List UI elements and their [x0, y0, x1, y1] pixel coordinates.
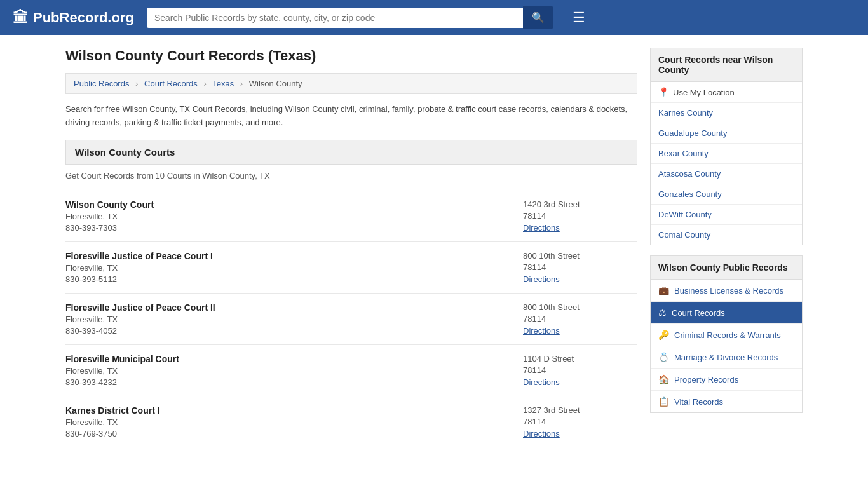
table-row: Floresville Municipal Court Floresville,… — [65, 345, 637, 396]
public-records-item[interactable]: ⚖ Court Records — [651, 302, 802, 324]
sidebar: Court Records near Wilson County 📍 Use M… — [650, 48, 803, 447]
public-records-item[interactable]: 💍 Marriage & Divorce Records — [651, 346, 802, 369]
court-name: Wilson County Court — [65, 200, 154, 210]
directions-link[interactable]: Directions — [523, 274, 560, 284]
court-street: 1420 3rd Street — [523, 200, 637, 209]
court-zip: 78114 — [523, 365, 637, 375]
court-city: Floresville, TX — [65, 315, 215, 324]
sidebar-item-label: Marriage & Divorce Records — [674, 353, 778, 362]
public-records-item[interactable]: 🏠 Property Records — [651, 369, 802, 391]
table-row: Floresville Justice of Peace Court I Flo… — [65, 242, 637, 294]
court-phone: 830-393-4052 — [65, 326, 215, 336]
search-button[interactable]: 🔍 — [523, 6, 553, 29]
court-zip: 78114 — [523, 211, 637, 220]
breadcrumb-texas[interactable]: Texas — [212, 79, 234, 88]
menu-button[interactable]: ☰ — [573, 10, 585, 26]
sidebar-item-icon: 💍 — [658, 352, 669, 362]
location-pin-icon: 📍 — [658, 87, 669, 97]
breadcrumb-court-records[interactable]: Court Records — [144, 79, 198, 88]
main-column: Wilson County Court Records (Texas) Publ… — [65, 48, 637, 447]
courts-sub-description: Get Court Records from 10 Courts in Wils… — [65, 171, 637, 180]
nearby-county-item[interactable]: Guadalupe County — [651, 123, 802, 144]
court-address-block: 800 10th Street 78114 Directions — [523, 251, 637, 284]
court-name: Karnes District Court I — [65, 405, 160, 416]
sidebar-item-label: Property Records — [674, 375, 738, 384]
nearby-heading: Court Records near Wilson County — [650, 48, 803, 82]
public-records-item[interactable]: 💼 Business Licenses & Records — [651, 280, 802, 302]
directions-link[interactable]: Directions — [523, 326, 560, 336]
directions-link[interactable]: Directions — [523, 429, 560, 438]
sidebar-item-icon: 📋 — [658, 396, 669, 407]
court-street: 800 10th Street — [523, 251, 637, 261]
breadcrumb-public-records[interactable]: Public Records — [74, 79, 129, 88]
logo[interactable]: 🏛 PubRecord.org — [13, 9, 134, 27]
directions-link[interactable]: Directions — [523, 223, 560, 233]
public-records-heading: Wilson County Public Records — [650, 255, 803, 280]
court-phone: 830-393-7303 — [65, 223, 154, 233]
use-location-item[interactable]: 📍 Use My Location — [651, 82, 802, 103]
court-city: Floresville, TX — [65, 263, 213, 273]
nearby-county-item[interactable]: Karnes County — [651, 103, 802, 123]
court-info: Wilson County Court Floresville, TX 830-… — [65, 200, 154, 233]
table-row: Karnes District Court I Floresville, TX … — [65, 396, 637, 447]
sidebar-item-label: Business Licenses & Records — [674, 286, 783, 295]
court-name: Floresville Justice of Peace Court I — [65, 251, 213, 261]
court-info: Floresville Justice of Peace Court I Flo… — [65, 251, 213, 284]
directions-link[interactable]: Directions — [523, 377, 560, 387]
sidebar-item-label: Court Records — [672, 308, 725, 318]
court-city: Floresville, TX — [65, 366, 179, 376]
nearby-list: 📍 Use My Location Karnes CountyGuadalupe… — [650, 82, 803, 245]
court-phone: 830-393-5112 — [65, 274, 213, 284]
court-city: Floresville, TX — [65, 417, 160, 427]
site-header: 🏛 PubRecord.org 🔍 ☰ — [0, 0, 868, 35]
court-address-block: 1104 D Street 78114 Directions — [523, 354, 637, 387]
public-records-item[interactable]: 📋 Vital Records — [651, 391, 802, 412]
page-content: Wilson County Court Records (Texas) Publ… — [53, 35, 815, 460]
use-location-label: Use My Location — [673, 88, 735, 97]
court-city: Floresville, TX — [65, 212, 154, 221]
nearby-county-item[interactable]: Bexar County — [651, 144, 802, 164]
court-phone: 830-769-3750 — [65, 429, 160, 438]
search-area: 🔍 — [147, 6, 553, 29]
logo-icon: 🏛 — [13, 9, 28, 27]
court-info: Floresville Municipal Court Floresville,… — [65, 354, 179, 387]
courts-list: Wilson County Court Floresville, TX 830-… — [65, 191, 637, 447]
court-street: 1327 3rd Street — [523, 405, 637, 415]
courts-section-header: Wilson County Courts — [65, 140, 637, 165]
court-phone: 830-393-4232 — [65, 377, 179, 387]
court-name: Floresville Justice of Peace Court II — [65, 302, 215, 313]
nearby-county-item[interactable]: Gonzales County — [651, 184, 802, 205]
table-row: Wilson County Court Floresville, TX 830-… — [65, 191, 637, 242]
sidebar-item-icon: ⚖ — [658, 308, 667, 318]
sidebar-item-icon: 🔑 — [658, 330, 669, 340]
nearby-county-item[interactable]: DeWitt County — [651, 205, 802, 225]
search-input[interactable] — [147, 8, 523, 28]
court-zip: 78114 — [523, 417, 637, 426]
court-zip: 78114 — [523, 262, 637, 272]
court-address-block: 1327 3rd Street 78114 Directions — [523, 405, 637, 438]
public-records-section: Wilson County Public Records 💼 Business … — [650, 255, 803, 413]
sidebar-item-label: Vital Records — [674, 397, 723, 407]
court-zip: 78114 — [523, 314, 637, 323]
court-info: Floresville Justice of Peace Court II Fl… — [65, 302, 215, 336]
breadcrumb-wilson-county: Wilson County — [249, 79, 302, 88]
sidebar-item-label: Criminal Records & Warrants — [674, 330, 781, 340]
court-street: 800 10th Street — [523, 302, 637, 312]
table-row: Floresville Justice of Peace Court II Fl… — [65, 294, 637, 345]
court-address-block: 1420 3rd Street 78114 Directions — [523, 200, 637, 233]
court-info: Karnes District Court I Floresville, TX … — [65, 405, 160, 438]
sidebar-item-icon: 🏠 — [658, 374, 669, 384]
public-records-item[interactable]: 🔑 Criminal Records & Warrants — [651, 324, 802, 346]
nearby-section: Court Records near Wilson County 📍 Use M… — [650, 48, 803, 245]
logo-text: PubRecord.org — [33, 10, 134, 26]
nearby-counties-list: Karnes CountyGuadalupe CountyBexar Count… — [651, 103, 802, 245]
breadcrumb: Public Records › Court Records › Texas ›… — [65, 73, 637, 94]
public-records-list: 💼 Business Licenses & Records ⚖ Court Re… — [650, 280, 803, 413]
page-title: Wilson County Court Records (Texas) — [65, 48, 637, 64]
court-address-block: 800 10th Street 78114 Directions — [523, 302, 637, 336]
court-name: Floresville Municipal Court — [65, 354, 179, 364]
sidebar-item-icon: 💼 — [658, 285, 669, 295]
nearby-county-item[interactable]: Comal County — [651, 225, 802, 245]
court-street: 1104 D Street — [523, 354, 637, 363]
nearby-county-item[interactable]: Atascosa County — [651, 164, 802, 184]
